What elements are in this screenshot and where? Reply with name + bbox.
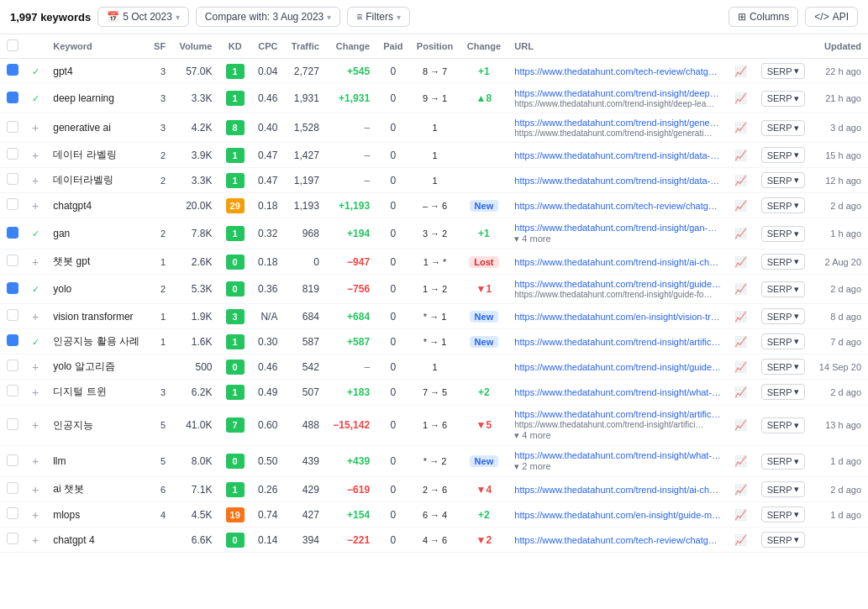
row-checkbox-cell[interactable] xyxy=(0,59,25,84)
row-trend-cell[interactable]: 📈 xyxy=(728,249,754,275)
trend-chart-icon[interactable]: 📈 xyxy=(734,311,747,323)
row-checkbox-cell[interactable] xyxy=(0,528,25,553)
url-link[interactable]: https://www.thedatahunt.com/en-insight/g… xyxy=(514,510,721,520)
serp-button[interactable]: SERP ▾ xyxy=(761,333,805,349)
select-all-header[interactable] xyxy=(0,34,25,59)
row-checkbox-cell[interactable] xyxy=(0,446,25,477)
serp-button[interactable]: SERP ▾ xyxy=(761,417,805,433)
row-trend-cell[interactable]: 📈 xyxy=(728,193,754,218)
row-checkbox[interactable] xyxy=(7,309,18,321)
row-checkbox[interactable] xyxy=(7,334,18,346)
row-serp-cell[interactable]: SERP ▾ xyxy=(755,446,813,477)
url-secondary-link[interactable]: https://www.thedatahunt.com/trend-insigh… xyxy=(514,99,721,108)
row-checkbox[interactable] xyxy=(7,360,18,371)
row-serp-cell[interactable]: SERP ▾ xyxy=(755,113,813,143)
row-checkbox[interactable] xyxy=(7,533,18,544)
row-trend-cell[interactable]: 📈 xyxy=(728,143,754,168)
row-trend-cell[interactable]: 📈 xyxy=(728,502,754,528)
row-serp-cell[interactable]: SERP ▾ xyxy=(755,59,813,84)
url-link[interactable]: https://www.thedatahunt.com/trend-insigh… xyxy=(514,279,721,289)
row-checkbox-cell[interactable] xyxy=(0,304,25,329)
trend-chart-icon[interactable]: 📈 xyxy=(734,228,747,239)
url-more[interactable]: ▾ 4 more xyxy=(514,430,721,441)
url-link[interactable]: https://www.thedatahunt.com/trend-insigh… xyxy=(514,485,721,495)
row-serp-cell[interactable]: SERP ▾ xyxy=(755,168,813,193)
api-button[interactable]: </> API xyxy=(805,7,858,27)
url-link[interactable]: https://www.thedatahunt.com/trend-insigh… xyxy=(514,223,721,233)
paid-header[interactable]: Paid xyxy=(376,34,410,59)
trend-chart-icon[interactable]: 📈 xyxy=(734,484,747,496)
url-link[interactable]: https://www.thedatahunt.com/en-insight/v… xyxy=(514,312,721,322)
row-checkbox-cell[interactable] xyxy=(0,354,25,380)
row-trend-cell[interactable]: 📈 xyxy=(728,113,754,143)
row-trend-cell[interactable]: 📈 xyxy=(728,405,754,446)
serp-button[interactable]: SERP ▾ xyxy=(761,120,805,136)
row-serp-cell[interactable]: SERP ▾ xyxy=(755,502,813,528)
kd-header[interactable]: KD xyxy=(219,34,251,59)
volume-header[interactable]: Volume xyxy=(172,34,218,59)
row-trend-cell[interactable]: 📈 xyxy=(728,477,754,502)
change2-header[interactable]: Change xyxy=(460,34,508,59)
serp-button[interactable]: SERP ▾ xyxy=(761,454,805,470)
trend-chart-icon[interactable]: 📈 xyxy=(734,336,747,348)
serp-button[interactable]: SERP ▾ xyxy=(761,507,805,522)
trend-chart-icon[interactable]: 📈 xyxy=(734,534,747,546)
row-trend-cell[interactable]: 📈 xyxy=(728,218,754,249)
trend-chart-icon[interactable]: 📈 xyxy=(734,283,747,295)
url-secondary-link[interactable]: https://www.thedatahunt.com/trend-insigh… xyxy=(514,129,721,138)
row-checkbox[interactable] xyxy=(7,173,18,185)
url-link[interactable]: https://www.thedatahunt.com/trend-insigh… xyxy=(514,362,721,372)
serp-button[interactable]: SERP ▾ xyxy=(761,172,805,188)
row-serp-cell[interactable]: SERP ▾ xyxy=(755,218,813,249)
row-trend-cell[interactable]: 📈 xyxy=(728,380,754,405)
row-trend-cell[interactable]: 📈 xyxy=(728,84,754,113)
row-serp-cell[interactable]: SERP ▾ xyxy=(755,304,813,329)
serp-button[interactable]: SERP ▾ xyxy=(761,147,805,163)
trend-chart-icon[interactable]: 📈 xyxy=(734,92,747,104)
row-serp-cell[interactable]: SERP ▾ xyxy=(755,329,813,354)
row-checkbox[interactable] xyxy=(7,418,18,430)
serp-button[interactable]: SERP ▾ xyxy=(761,532,805,548)
trend-chart-icon[interactable]: 📈 xyxy=(734,122,747,134)
row-serp-cell[interactable]: SERP ▾ xyxy=(755,193,813,218)
row-checkbox[interactable] xyxy=(7,507,18,519)
row-checkbox-cell[interactable] xyxy=(0,113,25,143)
trend-chart-icon[interactable]: 📈 xyxy=(734,66,747,77)
row-checkbox[interactable] xyxy=(7,92,18,103)
serp-button[interactable]: SERP ▾ xyxy=(761,481,805,497)
trend-chart-icon[interactable]: 📈 xyxy=(734,386,747,398)
cpc-header[interactable]: CPC xyxy=(251,34,285,59)
compare-button[interactable]: Compare with: 3 Aug 2023 ▾ xyxy=(196,7,340,27)
row-checkbox[interactable] xyxy=(7,121,18,133)
url-secondary-link[interactable]: https://www.thedatahunt.com/trend-insigh… xyxy=(514,420,721,429)
row-checkbox-cell[interactable] xyxy=(0,329,25,354)
row-checkbox-cell[interactable] xyxy=(0,275,25,304)
row-serp-cell[interactable]: SERP ▾ xyxy=(755,380,813,405)
trend-chart-icon[interactable]: 📈 xyxy=(734,200,747,212)
row-checkbox-cell[interactable] xyxy=(0,143,25,168)
trend-chart-icon[interactable]: 📈 xyxy=(734,256,747,268)
row-checkbox-cell[interactable] xyxy=(0,218,25,249)
trend-chart-icon[interactable]: 📈 xyxy=(734,150,747,161)
row-checkbox[interactable] xyxy=(7,198,18,210)
serp-button[interactable]: SERP ▾ xyxy=(761,226,805,242)
row-serp-cell[interactable]: SERP ▾ xyxy=(755,477,813,502)
row-checkbox-cell[interactable] xyxy=(0,84,25,113)
row-serp-cell[interactable]: SERP ▾ xyxy=(755,275,813,304)
filter-button[interactable]: ≡ Filters ▾ xyxy=(347,7,410,27)
traffic-header[interactable]: Traffic xyxy=(284,34,325,59)
url-more[interactable]: ▾ 2 more xyxy=(514,461,721,472)
row-checkbox-cell[interactable] xyxy=(0,380,25,405)
row-checkbox[interactable] xyxy=(7,227,18,239)
url-link[interactable]: https://www.thedatahunt.com/trend-insigh… xyxy=(514,257,721,267)
url-link[interactable]: https://www.thedatahunt.com/trend-insigh… xyxy=(514,88,721,98)
url-more[interactable]: ▾ 4 more xyxy=(514,234,721,244)
url-link[interactable]: https://www.thedatahunt.com/trend-insigh… xyxy=(514,176,721,186)
row-serp-cell[interactable]: SERP ▾ xyxy=(755,143,813,168)
select-all-checkbox[interactable] xyxy=(7,39,18,51)
row-checkbox[interactable] xyxy=(7,282,18,294)
row-checkbox-cell[interactable] xyxy=(0,168,25,193)
sf-header[interactable]: SF xyxy=(147,34,172,59)
serp-button[interactable]: SERP ▾ xyxy=(761,384,805,400)
serp-button[interactable]: SERP ▾ xyxy=(761,63,805,79)
